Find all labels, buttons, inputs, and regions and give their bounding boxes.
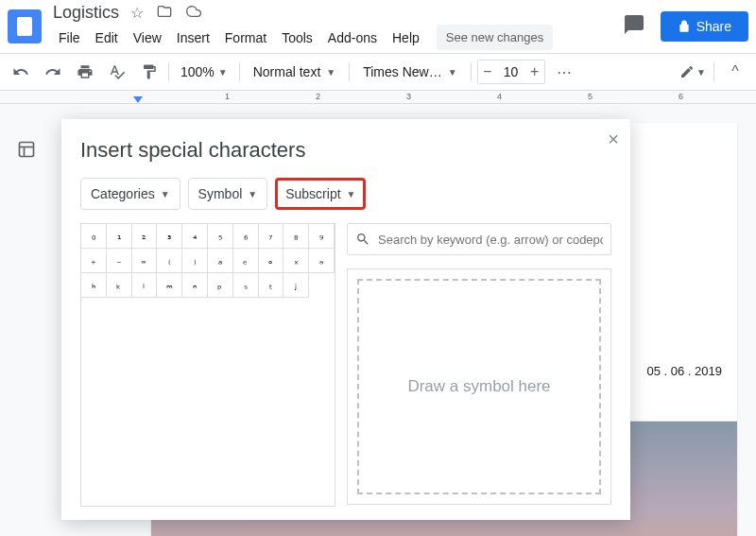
caret-down-icon: ▼ bbox=[248, 189, 257, 199]
search-input[interactable] bbox=[378, 233, 603, 247]
zoom-dropdown[interactable]: 100%▼ bbox=[175, 64, 233, 79]
subscript-dropdown[interactable]: Subscript▼ bbox=[275, 178, 366, 210]
close-icon[interactable]: × bbox=[608, 129, 619, 150]
font-size-increase[interactable]: + bbox=[525, 61, 544, 83]
char-cell[interactable]: ₍ bbox=[157, 249, 182, 273]
char-cell[interactable]: ₕ bbox=[81, 273, 107, 298]
char-cell[interactable]: ₗ bbox=[132, 273, 158, 298]
cloud-icon[interactable] bbox=[185, 4, 202, 23]
char-cell[interactable]: ₚ bbox=[208, 273, 233, 298]
char-cell[interactable]: ₃ bbox=[157, 224, 182, 249]
docs-logo[interactable] bbox=[8, 9, 42, 43]
font-size-decrease[interactable]: − bbox=[478, 61, 497, 83]
font-dropdown[interactable]: Times New…▼ bbox=[355, 64, 464, 79]
char-cell[interactable]: ₘ bbox=[157, 273, 182, 298]
ruler[interactable]: 1 2 3 4 5 6 bbox=[0, 91, 756, 104]
char-cell[interactable]: ₌ bbox=[132, 249, 158, 273]
char-cell[interactable]: ₛ bbox=[233, 273, 259, 298]
svg-rect-0 bbox=[20, 143, 34, 157]
print-icon[interactable] bbox=[72, 59, 98, 85]
char-cell[interactable]: ₂ bbox=[132, 224, 158, 249]
spellcheck-icon[interactable] bbox=[104, 59, 130, 85]
draw-symbol-box[interactable]: Draw a symbol here bbox=[347, 268, 611, 505]
caret-down-icon: ▼ bbox=[326, 67, 335, 78]
char-cell[interactable]: ₁ bbox=[107, 224, 132, 249]
redo-icon[interactable] bbox=[40, 59, 66, 85]
see-new-changes[interactable]: See new changes bbox=[437, 25, 553, 50]
paragraph-style-dropdown[interactable]: Normal text▼ bbox=[246, 64, 343, 79]
char-cell[interactable]: ₜ bbox=[259, 273, 284, 298]
move-icon[interactable] bbox=[157, 4, 172, 23]
font-size-stepper: − + bbox=[477, 60, 545, 84]
char-cell[interactable]: ₒ bbox=[259, 249, 284, 273]
menu-help[interactable]: Help bbox=[387, 26, 425, 49]
char-cell[interactable]: ₈ bbox=[284, 224, 309, 249]
char-cell[interactable]: ₐ bbox=[208, 249, 233, 273]
menu-insert[interactable]: Insert bbox=[171, 26, 215, 49]
special-characters-dialog: Insert special characters × Categories▼ … bbox=[61, 119, 630, 520]
menu-addons[interactable]: Add-ons bbox=[322, 26, 383, 49]
search-box bbox=[347, 223, 611, 255]
outline-icon[interactable] bbox=[17, 140, 36, 163]
font-size-input[interactable] bbox=[497, 64, 525, 79]
editing-mode-icon[interactable]: ▼ bbox=[679, 59, 706, 85]
more-tools-icon[interactable]: ⋯ bbox=[551, 59, 577, 85]
char-cell[interactable]: ₖ bbox=[107, 273, 132, 298]
document-title[interactable]: Logistics bbox=[53, 3, 119, 23]
char-cell[interactable]: ₋ bbox=[107, 249, 132, 273]
char-cell[interactable]: ₊ bbox=[81, 249, 107, 273]
symbol-dropdown[interactable]: Symbol▼ bbox=[188, 178, 268, 210]
toolbar: 100%▼ Normal text▼ Times New…▼ − + ⋯ ▼ ^ bbox=[0, 53, 756, 91]
share-button[interactable]: Share bbox=[661, 11, 748, 42]
comments-icon[interactable] bbox=[623, 13, 645, 40]
char-cell[interactable]: ₉ bbox=[309, 224, 335, 249]
collapse-toolbar-icon[interactable]: ^ bbox=[722, 59, 748, 85]
caret-down-icon: ▼ bbox=[448, 67, 457, 78]
categories-dropdown[interactable]: Categories▼ bbox=[80, 178, 180, 210]
char-cell[interactable]: ₓ bbox=[284, 249, 309, 273]
undo-icon[interactable] bbox=[8, 59, 34, 85]
char-cell[interactable]: ₔ bbox=[309, 249, 335, 273]
char-cell[interactable]: ₙ bbox=[182, 273, 208, 298]
search-icon bbox=[355, 232, 370, 247]
draw-placeholder: Draw a symbol here bbox=[407, 377, 550, 396]
caret-down-icon: ▼ bbox=[347, 189, 356, 199]
char-cell[interactable]: ₅ bbox=[208, 224, 233, 249]
paint-format-icon[interactable] bbox=[136, 59, 163, 85]
char-cell[interactable]: ⱼ bbox=[284, 273, 309, 298]
char-cell[interactable]: ₆ bbox=[233, 224, 259, 249]
character-grid: ₀₁₂₃₄₅₆₇₈₉₊₋₌₍₎ₐₑₒₓₔₕₖₗₘₙₚₛₜⱼ bbox=[80, 223, 335, 507]
indent-marker[interactable] bbox=[133, 96, 143, 103]
char-cell[interactable]: ₀ bbox=[81, 224, 107, 249]
caret-down-icon: ▼ bbox=[161, 189, 170, 199]
menu-tools[interactable]: Tools bbox=[276, 26, 318, 49]
menu-file[interactable]: File bbox=[53, 26, 86, 49]
char-cell[interactable]: ₄ bbox=[182, 224, 208, 249]
menu-edit[interactable]: Edit bbox=[90, 26, 124, 49]
caret-down-icon: ▼ bbox=[218, 67, 228, 78]
char-cell[interactable]: ₇ bbox=[259, 224, 284, 249]
dialog-title: Insert special characters bbox=[80, 138, 611, 163]
char-cell[interactable]: ₑ bbox=[233, 249, 259, 273]
char-cell[interactable]: ₎ bbox=[182, 249, 208, 273]
star-icon[interactable]: ☆ bbox=[130, 4, 144, 23]
menu-view[interactable]: View bbox=[128, 26, 167, 49]
menu-format[interactable]: Format bbox=[219, 26, 272, 49]
date-text: 05 . 06 . 2019 bbox=[646, 364, 722, 378]
